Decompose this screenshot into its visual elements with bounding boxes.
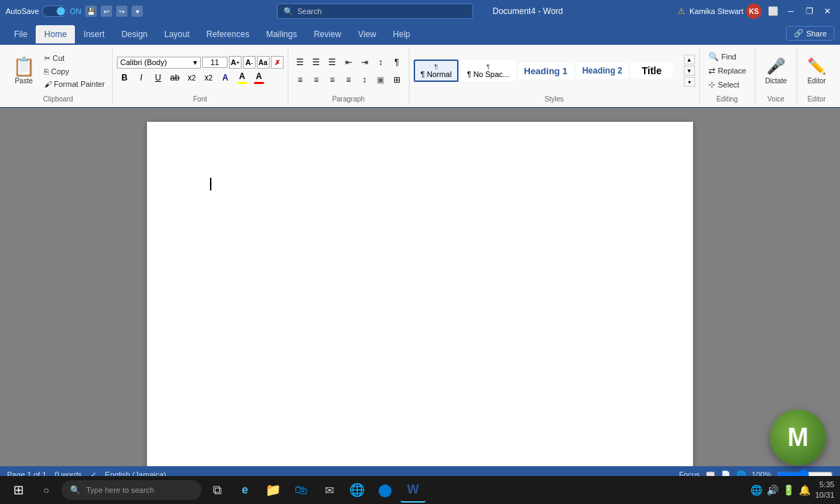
- autosave-toggle[interactable]: [42, 6, 67, 17]
- tab-file[interactable]: File: [6, 25, 36, 43]
- gallery-down-button[interactable]: ▼: [684, 66, 695, 76]
- sort-button[interactable]: ↕: [373, 55, 388, 70]
- line-spacing-button[interactable]: ↕: [357, 72, 372, 88]
- tab-design[interactable]: Design: [113, 25, 155, 43]
- bullets-button[interactable]: ☰: [293, 55, 308, 70]
- taskbar-search-icon2: 🔍: [70, 485, 80, 495]
- format-painter-icon: 🖌: [44, 80, 52, 88]
- moodle-overlay: M: [770, 410, 826, 465]
- tab-review[interactable]: Review: [305, 25, 349, 43]
- style-title[interactable]: Title: [631, 62, 673, 79]
- paste-button[interactable]: 📋 Paste: [8, 55, 39, 88]
- editor-button[interactable]: ✏️ Editor: [802, 55, 832, 88]
- styles-group-content: ¶ ¶ Normal ¶ ¶ No Spac... Heading 1 Head…: [414, 48, 695, 94]
- battery-icon[interactable]: 🔋: [783, 484, 794, 496]
- replace-button[interactable]: ⇄ Replace: [704, 64, 750, 77]
- superscript-button[interactable]: x2: [201, 70, 216, 85]
- autosave-label: AutoSave: [6, 7, 39, 15]
- justify-button[interactable]: ≡: [341, 72, 356, 88]
- taskbar-search-button[interactable]: ○: [34, 477, 59, 503]
- edge-icon: e: [242, 484, 248, 496]
- taskbar-file-explorer-icon[interactable]: 📁: [260, 477, 286, 503]
- taskbar-special-icon[interactable]: ⬤: [372, 477, 398, 503]
- network-icon[interactable]: 🌐: [750, 484, 762, 496]
- tab-layout[interactable]: Layout: [156, 25, 198, 43]
- text-effects-button[interactable]: A: [218, 70, 233, 85]
- restore-button[interactable]: ❐: [802, 4, 816, 18]
- tab-insert[interactable]: Insert: [75, 25, 113, 43]
- gallery-expand-button[interactable]: ▾: [684, 77, 695, 87]
- customize-quick-access-icon[interactable]: ▾: [132, 6, 143, 17]
- taskbar-search-box[interactable]: 🔍 Type here to search: [62, 480, 202, 500]
- minimize-button[interactable]: ─: [784, 4, 798, 18]
- align-right-button[interactable]: ≡: [325, 72, 340, 88]
- style-heading2[interactable]: Heading 2: [576, 63, 629, 78]
- shading-button[interactable]: ▣: [373, 72, 388, 88]
- gallery-up-button[interactable]: ▲: [684, 55, 695, 64]
- moodle-logo[interactable]: M: [770, 410, 826, 465]
- dictate-button[interactable]: 🎤 Dictate: [760, 55, 792, 88]
- clock-time: 5:35: [815, 479, 834, 490]
- multilevel-list-button[interactable]: ☰: [325, 55, 340, 70]
- redo-icon[interactable]: ↪: [116, 6, 127, 17]
- ribbon-display-options-icon[interactable]: ⬜: [766, 4, 780, 18]
- text-highlight-button[interactable]: A: [234, 70, 250, 85]
- taskbar-mail-icon[interactable]: ✉: [316, 477, 342, 503]
- font-shrink-button[interactable]: A-: [243, 56, 255, 69]
- notification-icon[interactable]: 🔔: [799, 484, 811, 496]
- font-size-input[interactable]: 11: [202, 57, 227, 68]
- tab-home[interactable]: Home: [36, 25, 75, 43]
- underline-button[interactable]: U: [150, 70, 166, 85]
- italic-button[interactable]: I: [134, 70, 149, 85]
- tab-view[interactable]: View: [350, 25, 385, 43]
- decrease-indent-button[interactable]: ⇤: [341, 55, 356, 70]
- show-formatting-button[interactable]: ¶: [389, 55, 405, 70]
- start-button[interactable]: ⊞: [6, 477, 31, 503]
- cut-button[interactable]: ✂ Cut: [41, 52, 108, 64]
- font-name-input[interactable]: Calibri (Body) ▾: [117, 57, 201, 69]
- change-case-button[interactable]: Aa: [257, 56, 270, 69]
- task-view-button[interactable]: ⧉: [204, 477, 230, 503]
- clock-date: 10/31: [815, 490, 834, 500]
- clear-formatting-button[interactable]: ✗: [271, 56, 284, 69]
- align-left-button[interactable]: ≡: [293, 72, 308, 88]
- share-button[interactable]: 🔗 Find Share: [786, 26, 834, 41]
- taskbar-edge-icon[interactable]: e: [232, 477, 258, 503]
- style-normal[interactable]: ¶ ¶ Normal: [414, 59, 458, 82]
- tab-mailings[interactable]: Mailings: [258, 25, 305, 43]
- select-button[interactable]: ⊹ Select: [704, 78, 750, 91]
- editor-group: ✏️ Editor Editor: [797, 48, 836, 104]
- special-icon: ⬤: [378, 482, 392, 498]
- save-icon[interactable]: 💾: [85, 6, 97, 17]
- tab-references[interactable]: References: [198, 25, 258, 43]
- volume-icon[interactable]: 🔊: [766, 484, 778, 496]
- undo-icon[interactable]: ↩: [101, 6, 112, 17]
- user-area[interactable]: Kamika Stewart KS: [690, 4, 762, 19]
- search-bar[interactable]: 🔍 Search: [277, 4, 473, 19]
- align-center-button[interactable]: ≡: [309, 72, 324, 88]
- increase-indent-button[interactable]: ⇥: [357, 55, 372, 70]
- font-dropdown-arrow: ▾: [193, 58, 197, 67]
- borders-button[interactable]: ⊞: [389, 72, 405, 88]
- taskbar-word-icon[interactable]: W: [400, 477, 426, 503]
- find-button[interactable]: 🔍 Find: [704, 50, 750, 63]
- tab-help[interactable]: Help: [384, 25, 419, 43]
- taskbar-store-icon[interactable]: 🛍: [288, 477, 314, 503]
- copy-button[interactable]: ⎘ Copy: [41, 66, 108, 77]
- ribbon-content: 📋 Paste ✂ Cut ⎘ Copy 🖌 Format Painter: [0, 43, 840, 107]
- style-heading1[interactable]: Heading 1: [518, 63, 574, 79]
- bold-button[interactable]: B: [117, 70, 132, 85]
- subscript-button[interactable]: x2: [184, 70, 200, 85]
- format-painter-button[interactable]: 🖌 Format Painter: [41, 78, 108, 90]
- numbering-button[interactable]: ☰: [309, 55, 324, 70]
- font-grow-button[interactable]: A+: [229, 56, 241, 69]
- style-no-spacing[interactable]: ¶ ¶ No Spac...: [461, 60, 515, 81]
- close-button[interactable]: ✕: [820, 4, 834, 18]
- strikethrough-button[interactable]: ab: [167, 70, 183, 85]
- font-color-button[interactable]: A: [251, 70, 267, 85]
- clock[interactable]: 5:35 10/31: [815, 479, 834, 501]
- taskbar-search-placeholder: Type here to search: [86, 486, 154, 494]
- chrome-icon: 🌐: [349, 482, 365, 498]
- document-page[interactable]: [147, 122, 693, 466]
- taskbar-chrome-icon[interactable]: 🌐: [344, 477, 370, 503]
